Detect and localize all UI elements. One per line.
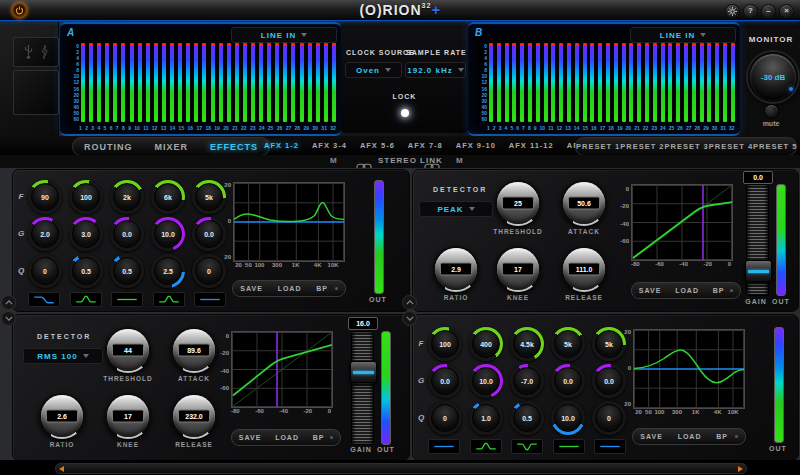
bypass-button[interactable]: BP (316, 285, 328, 292)
tab-preset-1[interactable]: PRESET 1 (576, 142, 620, 151)
help-button[interactable]: ? (743, 4, 758, 19)
load-button[interactable]: LOAD (275, 434, 299, 441)
clock-source-select[interactable]: Oven (345, 62, 402, 78)
minimize-button[interactable]: – (761, 4, 776, 19)
gain-fader[interactable] (746, 184, 769, 296)
close-button[interactable]: × (779, 4, 794, 19)
eq-knob[interactable]: 100 (69, 180, 103, 214)
sample-rate-select[interactable]: 192.0 kHz (405, 62, 466, 78)
tab-preset-4[interactable]: PRESET 4 (709, 142, 753, 151)
tab-afx-11-12[interactable]: AFX 11-12 (509, 141, 554, 150)
eq-knob[interactable]: 0 (28, 254, 62, 288)
tab-afx-7-8[interactable]: AFX 7-8 (408, 141, 443, 150)
eq-knob[interactable]: 2k (110, 180, 144, 214)
filter-shape-bell-icon[interactable] (470, 439, 502, 454)
eq-knob[interactable]: 100 (428, 327, 462, 361)
meter-b-input-select[interactable]: LINE IN (630, 27, 736, 43)
eq-knob[interactable]: 0.5 (69, 254, 103, 288)
tab-preset-3[interactable]: PRESET 3 (665, 142, 709, 151)
ratio-knob[interactable]: 2.6 RATIO (27, 393, 97, 448)
detector-select[interactable]: RMS 100 (23, 348, 103, 364)
eq-knob[interactable]: 1.0 (469, 401, 503, 435)
bypass-button[interactable]: BP (716, 433, 728, 440)
eq-knob[interactable]: 0.0 (110, 217, 144, 251)
tab-routing[interactable]: ROUTING (84, 142, 133, 152)
eq-knob[interactable]: 6k (151, 180, 185, 214)
save-button[interactable]: SAVE (240, 285, 263, 292)
load-button[interactable]: LOAD (675, 287, 699, 294)
tab-preset-5[interactable]: PRESET 5 (753, 142, 797, 151)
bypass-button[interactable]: BP (313, 434, 325, 441)
filter-shape-notch-icon[interactable] (511, 439, 543, 454)
bypass-button[interactable]: BP (713, 287, 725, 294)
filter-shape-flat-icon[interactable] (594, 439, 626, 454)
settings-button[interactable] (725, 4, 740, 19)
knee-knob[interactable]: 17 KNEE (483, 246, 553, 301)
release-knob[interactable]: 111.0 RELEASE (549, 246, 619, 301)
filter-shape-flat-icon[interactable] (111, 292, 143, 307)
filter-shape-flat-icon[interactable] (428, 439, 460, 454)
eq-knob[interactable]: -7.0 (510, 364, 544, 398)
filter-shape-bell-icon[interactable] (70, 292, 102, 307)
gain-fader-handle[interactable] (350, 361, 377, 383)
expand-panel-button[interactable] (402, 311, 417, 326)
eq-knob[interactable]: 90 (28, 180, 62, 214)
threshold-value: 25 (502, 197, 534, 210)
gain-fader[interactable] (351, 331, 374, 445)
eq-knob[interactable]: 400 (469, 327, 503, 361)
tab-afx-3-4[interactable]: AFX 3-4 (312, 141, 347, 150)
tab-preset-2[interactable]: PRESET 2 (620, 142, 664, 151)
knee-knob[interactable]: 17 KNEE (93, 393, 163, 448)
eq-knob[interactable]: 10.0 (469, 364, 503, 398)
comp-transfer-graph (231, 331, 333, 408)
ratio-knob[interactable]: 2.9 RATIO (421, 246, 491, 301)
horizontal-scrollbar[interactable] (55, 463, 747, 474)
meter-bar (89, 43, 93, 122)
scroll-right-arrow-icon[interactable] (738, 466, 743, 472)
expand-panel-button[interactable] (1, 311, 16, 326)
tab-effects[interactable]: EFFECTS (210, 142, 258, 152)
meter-a-input-select[interactable]: LINE IN (231, 27, 337, 43)
out-label: OUT (768, 298, 794, 305)
tab-afx-1-2[interactable]: AFX 1-2 (264, 141, 299, 150)
eq-knob[interactable]: 0.5 (510, 401, 544, 435)
gain-fader-handle[interactable] (745, 260, 772, 282)
eq-knob[interactable]: 10.0 (551, 401, 585, 435)
attack-knob[interactable]: 50.6 ATTACK (549, 180, 619, 235)
eq-knob[interactable]: 2.0 (28, 217, 62, 251)
eq-knob[interactable]: 4.5k (510, 327, 544, 361)
collapse-panel-button[interactable] (402, 295, 417, 310)
scroll-left-arrow-icon[interactable] (59, 466, 64, 472)
mute-button[interactable] (764, 104, 779, 119)
eq-knob[interactable]: 0 (428, 401, 462, 435)
eq-knob[interactable]: 5k (551, 327, 585, 361)
monitor-volume-knob[interactable]: -30 dB (748, 52, 798, 102)
filter-shape-lowpass-icon[interactable] (28, 292, 60, 307)
eq-knob[interactable]: 10.0 (151, 217, 185, 251)
tab-mixer[interactable]: MIXER (154, 142, 188, 152)
release-knob[interactable]: 232.0 RELEASE (159, 393, 229, 448)
filter-shape-bell-icon[interactable] (153, 292, 185, 307)
mute-channel-b-button[interactable]: M (456, 156, 463, 165)
load-button[interactable]: LOAD (678, 433, 702, 440)
collapse-panel-button[interactable] (1, 295, 16, 310)
tab-afx-5-6[interactable]: AFX 5-6 (360, 141, 395, 150)
threshold-knob[interactable]: 25 THRESHOLD (483, 180, 553, 235)
save-button[interactable]: SAVE (639, 287, 662, 294)
eq-knob[interactable]: 0.0 (428, 364, 462, 398)
save-button[interactable]: SAVE (239, 434, 262, 441)
threshold-knob[interactable]: 44 THRESHOLD (93, 327, 163, 382)
eq-knob[interactable]: 0.0 (551, 364, 585, 398)
eq-knob[interactable]: 2.5 (151, 254, 185, 288)
filter-shape-flat-icon[interactable] (553, 439, 585, 454)
save-button[interactable]: SAVE (640, 433, 663, 440)
eq-knob[interactable]: 3.0 (69, 217, 103, 251)
eq-knob[interactable]: 0.5 (110, 254, 144, 288)
filter-shape-flat-icon[interactable] (194, 292, 226, 307)
load-button[interactable]: LOAD (278, 285, 302, 292)
mute-channel-a-button[interactable]: M (330, 156, 337, 165)
meter-bar (637, 43, 641, 122)
tab-afx-9-10[interactable]: AFX 9-10 (456, 141, 496, 150)
detector-select[interactable]: PEAK (419, 201, 493, 217)
power-button[interactable] (12, 3, 27, 18)
